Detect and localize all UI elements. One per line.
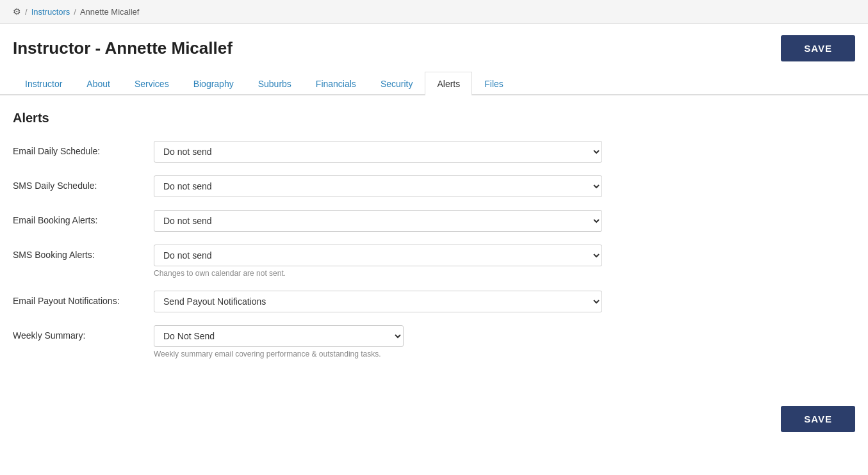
control-wrap-email-payout-notifications: Send Payout NotificationsDo not send	[154, 291, 602, 312]
tab-financials[interactable]: Financials	[304, 72, 368, 95]
bottom-actions: SAVE	[0, 393, 868, 445]
control-wrap-email-daily-schedule: Do not sendSendSend Summary	[154, 141, 602, 163]
hint-sms-booking-alerts: Changes to own calendar are not sent.	[154, 269, 602, 278]
save-button-top[interactable]: SAVE	[781, 35, 855, 61]
tab-services[interactable]: Services	[122, 72, 181, 95]
tab-instructor[interactable]: Instructor	[13, 72, 74, 95]
breadcrumb-separator: /	[25, 7, 28, 17]
select-sms-booking-alerts[interactable]: Do not sendSendSend Summary	[154, 245, 602, 266]
tab-files[interactable]: Files	[472, 72, 516, 95]
save-button-bottom[interactable]: SAVE	[781, 406, 855, 432]
page-title: Instructor - Annette Micallef	[13, 38, 233, 58]
label-email-payout-notifications: Email Payout Notifications:	[13, 291, 154, 306]
tab-suburbs[interactable]: Suburbs	[246, 72, 304, 95]
control-wrap-weekly-summary: Do Not SendSendWeekly summary email cove…	[154, 325, 602, 358]
control-wrap-sms-booking-alerts: Do not sendSendSend SummaryChanges to ow…	[154, 245, 602, 278]
breadcrumb: ⚙ / Instructors / Annette Micallef	[0, 0, 868, 24]
form-row-weekly-summary: Weekly Summary:Do Not SendSendWeekly sum…	[13, 325, 692, 358]
breadcrumb-current: Annette Micallef	[80, 7, 140, 17]
tab-about[interactable]: About	[74, 72, 122, 95]
label-email-daily-schedule: Email Daily Schedule:	[13, 141, 154, 156]
select-weekly-summary[interactable]: Do Not SendSend	[154, 325, 404, 347]
form-row-email-booking-alerts: Email Booking Alerts:Do not sendSendSend…	[13, 210, 692, 232]
form-row-email-daily-schedule: Email Daily Schedule:Do not sendSendSend…	[13, 141, 692, 163]
select-email-payout-notifications[interactable]: Send Payout NotificationsDo not send	[154, 291, 602, 312]
label-weekly-summary: Weekly Summary:	[13, 325, 154, 341]
label-sms-booking-alerts: SMS Booking Alerts:	[13, 245, 154, 260]
form-row-sms-daily-schedule: SMS Daily Schedule:Do not sendSendSend S…	[13, 175, 692, 197]
label-email-booking-alerts: Email Booking Alerts:	[13, 210, 154, 225]
breadcrumb-instructors-link[interactable]: Instructors	[31, 7, 70, 17]
hint-weekly-summary: Weekly summary email covering performanc…	[154, 350, 602, 358]
control-wrap-sms-daily-schedule: Do not sendSendSend Summary	[154, 175, 602, 197]
tabs-bar: InstructorAboutServicesBiographySuburbsF…	[0, 72, 868, 95]
select-sms-daily-schedule[interactable]: Do not sendSendSend Summary	[154, 175, 602, 197]
page-header: Instructor - Annette Micallef SAVE	[0, 24, 868, 72]
label-sms-daily-schedule: SMS Daily Schedule:	[13, 175, 154, 191]
control-wrap-email-booking-alerts: Do not sendSendSend Summary	[154, 210, 602, 232]
select-email-booking-alerts[interactable]: Do not sendSendSend Summary	[154, 210, 602, 232]
tab-security[interactable]: Security	[368, 72, 425, 95]
content-area: Alerts Email Daily Schedule:Do not sendS…	[0, 95, 705, 387]
breadcrumb-separator2: /	[74, 7, 76, 17]
form-row-email-payout-notifications: Email Payout Notifications:Send Payout N…	[13, 291, 692, 312]
settings-icon: ⚙	[13, 6, 21, 17]
select-email-daily-schedule[interactable]: Do not sendSendSend Summary	[154, 141, 602, 163]
tab-biography[interactable]: Biography	[181, 72, 246, 95]
form-row-sms-booking-alerts: SMS Booking Alerts:Do not sendSendSend S…	[13, 245, 692, 278]
tab-alerts[interactable]: Alerts	[425, 72, 472, 95]
section-title: Alerts	[13, 111, 692, 125]
